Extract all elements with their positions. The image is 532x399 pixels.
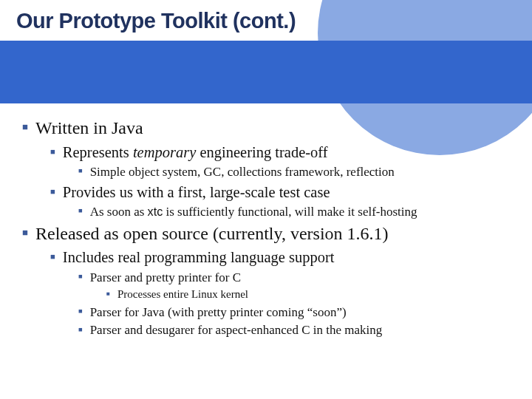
bullet-icon: ■	[78, 273, 83, 282]
emphasis-text: temporary	[133, 144, 196, 160]
bullet-level1: ■ Released as open source (currently, ve…	[22, 222, 517, 245]
bullet-text: Released as open source (currently, vers…	[35, 222, 517, 245]
bullet-text: Written in Java	[35, 117, 517, 140]
bullet-level2: ■ Includes real programming language sup…	[50, 248, 517, 267]
text-fragment: is sufficiently functional, will make it…	[163, 205, 417, 219]
bullet-icon: ■	[50, 186, 55, 197]
bullet-level3: ■ Parser and pretty printer for C	[78, 270, 517, 286]
bullet-level2: ■ Provides us with a first, large-scale …	[50, 183, 517, 202]
bullet-icon: ■	[78, 167, 83, 176]
bullet-text: Processes entire Linux kernel	[117, 287, 517, 301]
bullet-icon: ■	[78, 326, 83, 335]
bullet-text: As soon as xtc is sufficiently functiona…	[90, 204, 517, 220]
bullet-text: Includes real programming language suppo…	[63, 248, 517, 267]
bullet-icon: ■	[78, 307, 83, 316]
bullet-level3: ■ Parser for Java (with pretty printer c…	[78, 304, 517, 321]
text-fragment: Represents	[63, 144, 133, 160]
bullet-level3: ■ Parser and desugarer for aspect-enhanc…	[78, 322, 517, 338]
bullet-icon: ■	[22, 121, 28, 134]
header-banner: Our Prototype Toolkit (cont.)	[0, 0, 532, 103]
bullet-icon: ■	[78, 207, 83, 216]
bullet-level4: ■ Processes entire Linux kernel	[106, 287, 517, 301]
bullet-level3: ■ As soon as xtc is sufficiently functio…	[78, 204, 517, 220]
bullet-text: Parser and pretty printer for C	[90, 270, 517, 286]
slide-title: Our Prototype Toolkit (cont.)	[16, 9, 296, 33]
bullet-text: Simple object system, GC, collections fr…	[90, 164, 517, 180]
bullet-icon: ■	[50, 146, 55, 157]
bullet-level2: ■ Represents temporary engineering trade…	[50, 143, 517, 162]
bullet-icon: ■	[106, 290, 110, 299]
header-bar	[0, 41, 532, 103]
bullet-icon: ■	[50, 251, 55, 262]
bullet-level1: ■ Written in Java	[22, 117, 517, 140]
bullet-text: Parser and desugarer for aspect-enhanced…	[90, 322, 517, 338]
text-fragment: engineering trade-off	[196, 144, 327, 160]
text-fragment: As soon as	[90, 205, 148, 219]
bullet-level3: ■ Simple object system, GC, collections …	[78, 164, 517, 180]
bullet-text: Represents temporary engineering trade-o…	[63, 143, 517, 162]
bullet-icon: ■	[22, 227, 28, 239]
slide-body: ■ Written in Java ■ Represents temporary…	[22, 115, 517, 341]
bullet-text: Provides us with a first, large-scale te…	[63, 183, 517, 202]
code-text: xtc	[148, 205, 163, 218]
bullet-text: Parser for Java (with pretty printer com…	[90, 304, 517, 321]
